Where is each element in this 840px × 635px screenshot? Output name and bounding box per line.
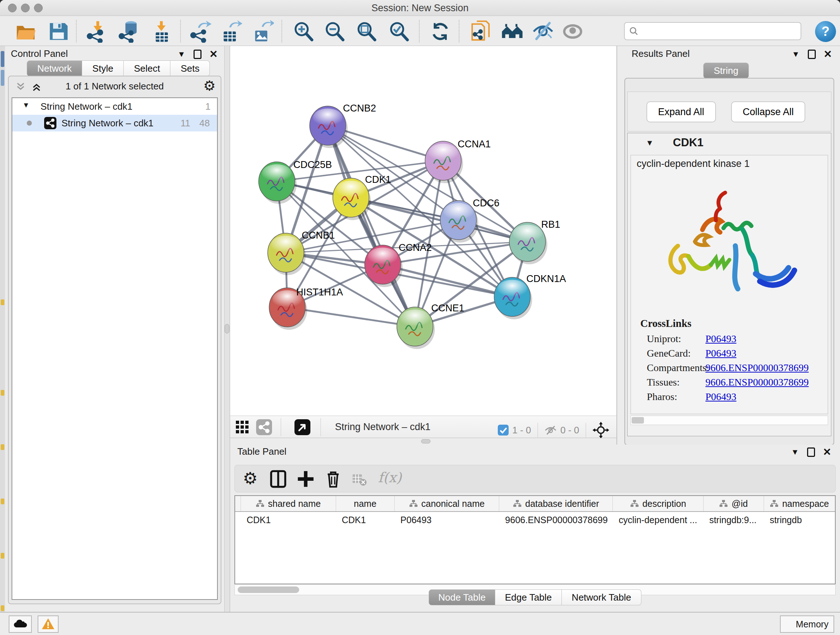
cloud-button[interactable]	[9, 616, 32, 633]
export-network-icon[interactable]	[189, 20, 212, 43]
desktop-sliver	[0, 46, 5, 612]
network-row[interactable]: String Network – cdk1 11 48	[12, 115, 217, 131]
show-columns-icon[interactable]	[269, 470, 287, 488]
memory-button[interactable]: Memory	[780, 616, 834, 633]
open-session-button[interactable]	[14, 20, 37, 43]
add-column-icon[interactable]	[296, 470, 315, 488]
hide-eye-icon[interactable]	[532, 20, 554, 43]
network-node-CCNE1[interactable]	[397, 307, 435, 349]
grid-view-icon[interactable]	[235, 420, 249, 434]
pharos-link[interactable]: P06493	[706, 391, 737, 402]
tab-select[interactable]: Select	[124, 60, 171, 76]
tab-sets[interactable]: Sets	[171, 60, 210, 76]
zoom-in-icon[interactable]	[292, 20, 315, 43]
table-settings-gear-icon[interactable]: ⚙	[243, 470, 262, 488]
warning-button[interactable]	[38, 616, 58, 633]
zoom-fit-icon[interactable]	[355, 20, 378, 43]
memory-label: Memory	[796, 619, 829, 630]
panel-close-icon[interactable]: ✕	[210, 48, 218, 60]
export-image-icon[interactable]	[251, 20, 274, 43]
panel-float-icon[interactable]	[194, 50, 202, 59]
network-collection-row[interactable]: ▼ String Network – cdk1 1	[12, 98, 217, 115]
cell-id: stringdb:9...	[704, 512, 764, 528]
save-session-button[interactable]	[47, 20, 69, 43]
table-panel-title: Table Panel	[237, 446, 286, 457]
tissues-link[interactable]: 9606.ENSP00000378699	[706, 377, 808, 388]
eye-disabled-icon[interactable]	[561, 20, 584, 43]
splitter-handle[interactable]	[225, 324, 229, 333]
panel-collapse-icon[interactable]: ▼	[792, 50, 800, 59]
panel-float-icon[interactable]	[808, 50, 816, 59]
panel-collapse-icon[interactable]: ▼	[791, 448, 799, 457]
tree-expand-icon[interactable]: ▼	[22, 101, 30, 109]
col-namespace[interactable]: namespace	[782, 499, 829, 509]
tab-string[interactable]: String	[703, 63, 749, 79]
tab-edge-table[interactable]: Edge Table	[495, 589, 562, 605]
node-table[interactable]: shared name name canonical name database…	[234, 495, 836, 584]
network-canvas[interactable]: CCNB2CCNA1CDC25BCDK1CDC6RB1CCNB1CCNA2CDK…	[230, 46, 616, 416]
results-panel-title: Results Panel	[632, 48, 690, 59]
collection-count: 1	[205, 101, 210, 112]
compartments-link[interactable]: 9606.ENSP00000378699	[706, 362, 808, 373]
string-view-icon[interactable]	[256, 419, 272, 435]
birds-eye-view-icon[interactable]	[294, 419, 310, 435]
col-shared-name[interactable]: shared name	[268, 499, 321, 509]
current-network-name: String Network – cdk1	[335, 421, 431, 432]
genecard-link[interactable]: P06493	[706, 348, 737, 359]
import-network-icon[interactable]	[86, 20, 109, 43]
expand-all-button[interactable]: Expand All	[646, 101, 716, 122]
share-document-icon[interactable]	[470, 20, 493, 43]
protein-structure-image	[653, 177, 805, 315]
network-selection-status: 1 of 1 Network selected	[9, 81, 221, 92]
col-canonical-name[interactable]: canonical name	[422, 499, 485, 509]
cloud-icon	[13, 619, 27, 629]
fit-content-icon[interactable]	[592, 422, 609, 439]
zoom-out-icon[interactable]	[324, 20, 346, 43]
export-table-icon[interactable]	[220, 20, 242, 43]
selected-checkbox-icon[interactable]	[498, 424, 508, 435]
import-table-icon[interactable]	[150, 20, 172, 43]
panel-float-icon[interactable]	[807, 448, 815, 457]
search-input[interactable]	[624, 22, 801, 40]
network-list: ▼ String Network – cdk1 1 String Network…	[11, 97, 218, 600]
tab-node-table[interactable]: Node Table	[429, 589, 495, 605]
hidden-counts: 0 - 0	[561, 424, 579, 436]
col-id[interactable]: @id	[731, 499, 748, 509]
help-button[interactable]: ?	[815, 21, 836, 42]
function-builder-icon[interactable]: f(x)	[378, 470, 411, 488]
panel-collapse-icon[interactable]: ▼	[178, 50, 186, 59]
hidden-eye-icon[interactable]	[545, 424, 557, 435]
toolbar-separator	[180, 20, 181, 42]
link-label: Uniprot:	[640, 333, 706, 348]
collapse-all-button[interactable]: Collapse All	[731, 101, 805, 122]
panel-close-icon[interactable]: ✕	[823, 446, 831, 458]
col-description[interactable]: description	[643, 499, 686, 509]
col-name[interactable]: name	[354, 499, 377, 509]
table-row[interactable]: CDK1 CDK1 P06493 9606.ENSP00000378699 cy…	[235, 512, 835, 528]
link-label: Pharos:	[640, 391, 706, 405]
panel-close-icon[interactable]: ✕	[824, 48, 832, 60]
control-panel-title: Control Panel	[11, 48, 68, 59]
tab-style[interactable]: Style	[82, 60, 124, 76]
uniprot-link[interactable]: P06493	[706, 333, 737, 344]
entry-collapse-icon[interactable]: ▼	[646, 138, 654, 148]
refresh-icon[interactable]	[429, 20, 452, 43]
zoom-selected-icon[interactable]	[388, 20, 410, 43]
network-node-CCNB2[interactable]	[309, 106, 347, 148]
results-hscrollbar[interactable]	[630, 416, 828, 425]
tab-network[interactable]: Network	[27, 60, 82, 76]
horizontal-splitter[interactable]	[230, 438, 616, 445]
tab-network-table[interactable]: Network Table	[562, 589, 641, 605]
network-node-CDC25B[interactable]	[259, 162, 297, 204]
network-collection-label: String Network – cdk1	[41, 101, 133, 112]
network-node-CCNA2[interactable]	[365, 245, 403, 287]
splitter-handle[interactable]	[421, 439, 431, 443]
window-title: Session: New Session	[0, 3, 840, 14]
col-database-identifier[interactable]: database identifier	[525, 499, 599, 509]
string-homes-icon[interactable]	[501, 20, 523, 43]
gear-icon[interactable]: ⚙	[203, 78, 216, 94]
delete-table-icon[interactable]	[351, 470, 367, 488]
delete-column-icon[interactable]	[324, 470, 343, 488]
import-database-icon[interactable]	[118, 20, 141, 43]
table-panel: Table Panel ▼ ✕ ⚙ f(x) shared name name …	[230, 445, 840, 612]
